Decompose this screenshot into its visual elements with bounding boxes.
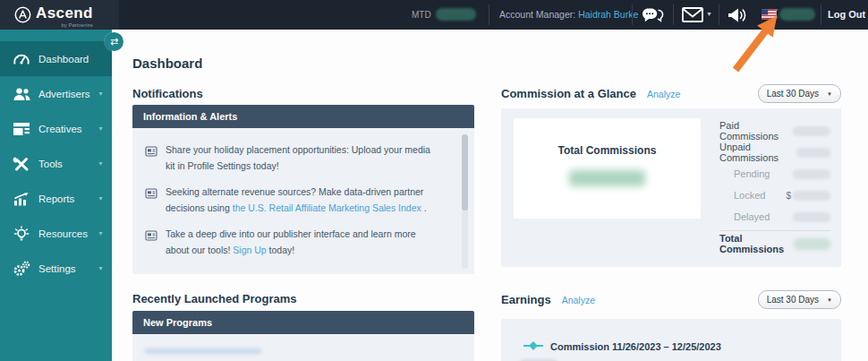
commission-value-redacted: [793, 191, 830, 201]
gauge-icon: [11, 51, 32, 66]
top-navigation-bar: Ascend by Partnerize MTD Account Manager…: [0, 0, 868, 30]
program-link-partial: [145, 348, 261, 354]
commission-row-label: Delayed: [734, 211, 770, 222]
earnings-panel: Commission 11/26/2023 – 12/25/2023: [501, 319, 841, 361]
notification-text: Seeking alternate revenue sources? Make …: [166, 184, 435, 217]
commission-row-label: Pending: [734, 168, 770, 179]
notification-text: Share your holiday placement opportuniti…: [166, 142, 435, 175]
gears-icon: [11, 261, 32, 277]
sidebar-item-reports[interactable]: Reports ▼: [0, 181, 112, 216]
commission-row-label: Unpaid Commissions: [719, 142, 796, 163]
sidebar-item-settings[interactable]: Settings ▼: [0, 251, 112, 286]
chevron-down-icon: ▼: [98, 230, 104, 236]
sidebar-item-dashboard[interactable]: Dashboard: [0, 41, 112, 76]
news-icon: [145, 229, 157, 259]
information-alerts-header: Information & Alerts: [132, 105, 474, 128]
commission-section: Commission at a Glance Analyze Last 30 D…: [501, 87, 841, 267]
mail-caret-down-icon[interactable]: ▼: [706, 11, 712, 17]
programs-list: [132, 334, 474, 361]
mtd-value-redacted: [436, 8, 476, 21]
commission-row-label: Total Commissions: [719, 233, 794, 254]
sidebar-item-label: Dashboard: [38, 54, 89, 64]
topbar-divider: [821, 4, 821, 25]
notifications-scrollbar-thumb[interactable]: [462, 134, 468, 211]
sidebar-item-label: Advertisers: [38, 89, 90, 99]
earnings-chart-legend: Commission 11/26/2023 – 12/25/2023: [523, 341, 841, 352]
sign-up-link[interactable]: Sign Up: [233, 245, 266, 255]
earnings-range-dropdown[interactable]: Last 30 Days ▼: [758, 290, 841, 309]
notifications-scrollbar-track[interactable]: [462, 134, 468, 269]
notification-item: Share your holiday placement opportuniti…: [145, 142, 435, 175]
total-commissions-value-redacted: [569, 170, 645, 186]
sidebar-item-creatives[interactable]: Creatives ▼: [0, 111, 112, 146]
news-icon: [145, 145, 157, 175]
chevron-down-icon: ▼: [98, 195, 104, 202]
commission-value-redacted: [793, 212, 830, 222]
commission-row-delayed: Delayed: [719, 206, 830, 228]
account-manager-label: Account Manager:: [499, 9, 575, 20]
notifications-heading: Notifications: [132, 87, 203, 100]
mail-icon[interactable]: [682, 7, 703, 22]
commission-analyze-link[interactable]: Analyze: [647, 89, 680, 99]
earnings-analyze-link[interactable]: Analyze: [562, 295, 595, 305]
commission-value-redacted: [793, 169, 830, 179]
caret-down-icon: ▼: [827, 297, 832, 303]
topbar-divider: [719, 4, 719, 25]
sidebar-collapse-toggle[interactable]: ⇄: [105, 32, 123, 51]
ascend-logo[interactable]: Ascend by Partnerize: [14, 5, 93, 28]
programs-heading: Recently Launched Programs: [132, 292, 297, 305]
programs-panel: New Programs: [132, 311, 474, 361]
notifications-section: Notifications Information & Alerts Share…: [132, 87, 474, 274]
chevron-down-icon: ▼: [98, 125, 104, 132]
commission-row-label: Locked: [734, 190, 765, 201]
programs-section: Recently Launched Programs New Programs: [132, 292, 474, 361]
topbar-divider: [632, 4, 633, 25]
commission-row-unpaid: Unpaid Commissions: [719, 142, 830, 163]
news-icon: [145, 187, 157, 217]
commission-range-dropdown[interactable]: Last 30 Days ▼: [758, 84, 841, 103]
commission-breakdown-list: Paid Commissions Unpaid Commissions Pend…: [701, 118, 830, 267]
commission-value-redacted: [796, 148, 830, 158]
commission-row-locked: Locked $: [719, 185, 830, 206]
lightbulb-icon: [11, 226, 32, 242]
chat-icon[interactable]: [641, 6, 665, 23]
page-title: Dashboard: [132, 56, 202, 71]
commission-row-total: Total Commissions: [719, 233, 830, 254]
caret-down-icon: ▼: [827, 91, 832, 97]
earnings-legend-label: Commission 11/26/2023 – 12/25/2023: [550, 341, 721, 352]
divider: [719, 230, 830, 231]
brand-subtitle: by Partnerize: [61, 22, 92, 28]
layout-icon: [11, 122, 32, 136]
notification-text-segment: Share your holiday placement opportuniti…: [166, 144, 430, 171]
chevron-down-icon: ▼: [98, 160, 104, 167]
collapse-toggle-icon: ⇄: [110, 36, 118, 47]
sidebar-item-label: Creatives: [38, 124, 82, 134]
commission-heading: Commission at a Glance: [501, 87, 636, 100]
topbar-divider: [673, 4, 674, 25]
logout-button[interactable]: Log Out: [828, 9, 865, 20]
people-icon: [11, 87, 32, 101]
notification-item: Take a deep dive into our publisher inte…: [145, 226, 435, 259]
chart-icon: [11, 192, 32, 206]
notification-text-segment: .: [421, 202, 427, 213]
sidebar-item-advertisers[interactable]: Advertisers ▼: [0, 76, 112, 111]
mtd-label: MTD: [412, 10, 431, 20]
sidebar-item-label: Settings: [38, 263, 76, 274]
sidebar-item-resources[interactable]: Resources ▼: [0, 216, 112, 251]
sales-index-link[interactable]: the U.S. Retail Affiliate Marketing Sale…: [233, 202, 421, 213]
total-commissions-card-title: Total Commissions: [514, 144, 701, 157]
new-programs-header: New Programs: [132, 311, 474, 334]
account-manager-name-link[interactable]: Haidrah Burke: [578, 9, 638, 20]
chevron-down-icon: ▼: [98, 90, 104, 97]
sidebar-item-label: Tools: [38, 159, 63, 169]
earnings-section: Earnings Analyze Last 30 Days ▼ Commissi…: [501, 293, 841, 361]
megaphone-icon[interactable]: [727, 7, 747, 23]
commission-panel: Total Commissions Paid Commissions Unpai…: [501, 108, 841, 267]
earnings-heading: Earnings: [501, 293, 551, 306]
range-dropdown-value: Last 30 Days: [767, 89, 819, 99]
username-redacted[interactable]: [779, 8, 815, 21]
sidebar-item-tools[interactable]: Tools ▼: [0, 146, 112, 181]
brand-name: Ascend: [36, 5, 93, 21]
notification-text-segment: today!: [267, 245, 295, 255]
sidebar-navigation: Dashboard Advertisers ▼: [0, 30, 112, 361]
